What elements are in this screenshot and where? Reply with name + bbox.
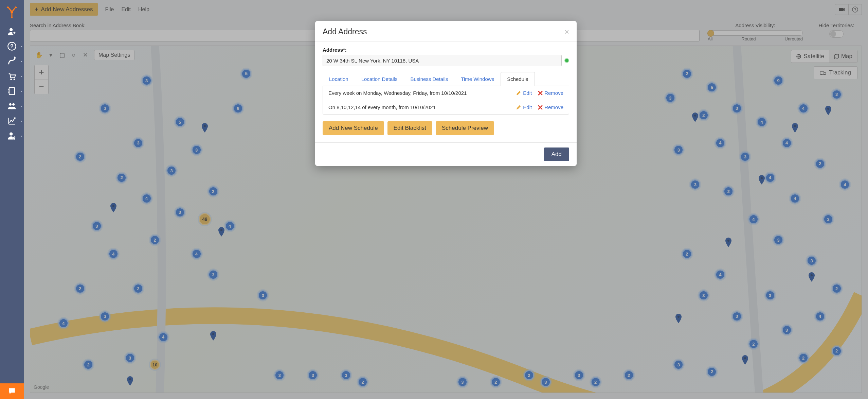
modal-tabs: Location Location Details Business Detai…	[323, 72, 569, 86]
schedule-text: On 8,10,12,14 of every month, from 10/10…	[328, 104, 436, 110]
add-button[interactable]: Add	[544, 148, 569, 161]
schedules-list: Every week on Monday, Wednesday, Friday,…	[323, 86, 569, 115]
left-sidebar: ? ▸ ▸ ▸ ▸ ▸ ▸ ▸	[0, 0, 24, 399]
modal-close-button[interactable]: ×	[564, 28, 569, 36]
schedule-remove-button[interactable]: Remove	[538, 90, 563, 96]
sidebar-item-address-book[interactable]: ▸	[0, 84, 24, 99]
schedule-row: On 8,10,12,14 of every month, from 10/10…	[323, 100, 569, 114]
schedule-edit-button[interactable]: Edit	[516, 90, 532, 96]
svg-point-13	[10, 133, 13, 136]
add-address-modal: Add Address × Address*: Location Locatio…	[315, 21, 577, 166]
schedule-text: Every week on Monday, Wednesday, Friday,…	[328, 90, 467, 96]
svg-point-6	[14, 79, 15, 80]
svg-point-5	[10, 79, 12, 80]
tab-location[interactable]: Location	[323, 72, 355, 86]
svg-point-12	[12, 103, 15, 106]
sidebar-item-routes[interactable]: ▸	[0, 54, 24, 69]
tab-business-details[interactable]: Business Details	[404, 72, 454, 86]
tab-location-details[interactable]: Location Details	[355, 72, 404, 86]
add-new-schedule-button[interactable]: Add New Schedule	[323, 121, 384, 135]
tab-schedule[interactable]: Schedule	[501, 72, 535, 86]
sidebar-chat-button[interactable]	[0, 383, 24, 399]
schedule-edit-button[interactable]: Edit	[516, 104, 532, 110]
modal-title: Add Address	[323, 27, 367, 36]
schedule-row: Every week on Monday, Wednesday, Friday,…	[323, 86, 569, 100]
schedule-preview-button[interactable]: Schedule Preview	[436, 121, 494, 135]
sidebar-item-orders[interactable]: ▸	[0, 69, 24, 84]
address-valid-icon	[564, 58, 569, 63]
address-field-label: Address*:	[323, 47, 569, 53]
svg-point-11	[9, 103, 12, 106]
edit-blacklist-button[interactable]: Edit Blacklist	[387, 121, 432, 135]
main-area: + Add New Addresses File Edit Help ? Sea…	[24, 0, 868, 399]
schedule-remove-button[interactable]: Remove	[538, 104, 563, 110]
modal-backdrop: Add Address × Address*: Location Locatio…	[24, 0, 868, 399]
svg-point-1	[10, 28, 13, 31]
sidebar-item-user-settings[interactable]: ▸	[0, 128, 24, 143]
svg-rect-7	[9, 88, 15, 95]
svg-text:?: ?	[10, 43, 14, 49]
app-logo[interactable]	[0, 0, 24, 24]
address-input[interactable]	[323, 55, 562, 66]
sidebar-item-help[interactable]: ? ▸	[0, 39, 24, 54]
svg-point-14	[13, 136, 16, 139]
sidebar-item-add-user[interactable]	[0, 24, 24, 39]
tab-time-windows[interactable]: Time Windows	[454, 72, 501, 86]
sidebar-item-analytics[interactable]: ▸	[0, 114, 24, 128]
sidebar-item-fleet[interactable]: ▸	[0, 99, 24, 114]
svg-point-0	[11, 11, 13, 13]
